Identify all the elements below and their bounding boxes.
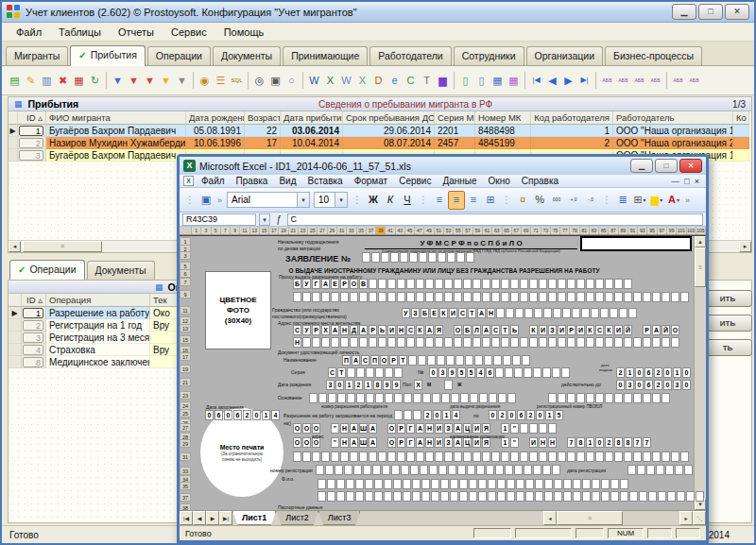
row-header-3[interactable]: 3 [180,251,191,260]
row-header-11[interactable]: 11 [180,306,191,315]
nav-first-icon[interactable]: |◀ [528,71,544,90]
row-header-17[interactable]: 17 [180,352,191,361]
label-template-icon-3[interactable]: АБВ [631,71,647,90]
decrease-decimal-icon[interactable]: -,0 [582,191,599,210]
column-header-97[interactable]: 97 [658,227,667,234]
bold-icon[interactable]: Ж [365,191,382,210]
cell[interactable] [733,137,749,149]
hscroll-left-icon[interactable]: ◂ [543,511,557,525]
column-header-79[interactable]: 79 [570,227,579,234]
percent-style-icon[interactable]: % [531,191,548,210]
cell[interactable]: ООО "Наша организация 1" [613,125,733,137]
column-header-29[interactable]: 29 [328,227,337,234]
column-header-19[interactable]: 19 [279,227,288,234]
column-header-67[interactable]: 67 [512,227,522,234]
column-header-69[interactable]: 69 [522,227,531,234]
sheet-tab-Лист1[interactable]: Лист1 [232,511,276,525]
align-center-icon[interactable]: ≡ [448,191,465,210]
column-header-103[interactable]: 103 [687,227,696,234]
cell[interactable]: 22 [245,125,281,137]
row-header-21[interactable]: 21 [180,378,191,386]
close-button[interactable]: ✕ [725,4,749,20]
chart-icon[interactable]: ▆ [435,71,451,90]
column-header-73[interactable]: 73 [541,227,551,234]
row-header-31[interactable]: 31 [180,452,191,461]
subtab-Документы[interactable]: Документы [87,261,155,280]
hscroll-right-icon[interactable]: ▸ [679,511,693,525]
column-header-83[interactable]: 83 [590,227,599,234]
maximize-button[interactable]: □ [698,4,723,20]
font-name-select[interactable]: Arial▾ [227,192,310,208]
print-icon[interactable]: ▣ [267,71,284,90]
save-icon[interactable]: ▣ [198,191,215,210]
column-header-43[interactable]: 43 [396,227,405,234]
column-header-51[interactable]: 51 [435,227,444,234]
col-header-ID ▵[interactable]: ID ▵ [18,111,46,125]
menu-item-Файл[interactable]: Файл [8,25,50,40]
side-button-fragment-2[interactable]: ТЬ [703,339,752,356]
column-header-95[interactable]: 95 [647,227,657,234]
minimize-button[interactable]: ▁ [672,4,696,20]
filter-add-icon[interactable]: ▼ [110,71,126,90]
font-color-icon[interactable]: А▾ [665,191,682,210]
vscroll-up-icon[interactable]: ▲ [695,236,706,247]
cell[interactable]: Разрешение на работу [46,307,150,319]
column-header-85[interactable]: 85 [599,227,609,234]
export-excel-icon[interactable]: X [322,71,338,90]
menu-item-Помощь[interactable]: Помощь [215,25,273,40]
add-record-icon[interactable]: ▤ [7,71,23,90]
font-size-select[interactable]: 10▾ [314,192,348,208]
cell[interactable]: 17 [245,137,281,149]
col-header-Срок пребывания ДО[interactable]: Срок пребывания ДО [343,111,435,125]
cell[interactable]: 4845199 [475,137,531,149]
column-header-101[interactable]: 101 [677,227,686,234]
excel-minimize-button[interactable]: ▁ [630,159,653,173]
refresh-icon[interactable]: ↻ [87,71,103,90]
excel-close-button[interactable]: ✕ [679,159,702,173]
column-header-91[interactable]: 91 [628,227,638,234]
cell[interactable]: 1 [531,125,613,137]
hscroll-thumb[interactable]: ≡ [557,511,623,525]
row-header-19[interactable]: 19 [180,365,191,373]
filter-remove-icon[interactable]: ▼ [126,71,142,90]
row-header-13[interactable]: 13 [180,324,191,332]
menu-item-Сервис[interactable]: Сервис [163,25,215,40]
excel-maximize-button[interactable]: □ [655,159,678,173]
cell[interactable]: Назиров Мухидин Хужамберди [46,137,186,149]
col-header-ФИО мигранта[interactable]: ФИО мигранта [46,111,186,125]
resize-grip[interactable]: ⋱ [693,511,706,525]
column-header-25[interactable]: 25 [308,227,318,234]
column-header-75[interactable]: 75 [551,227,560,234]
tab-Бизнес-процессы[interactable]: Бизнес-процессы [605,46,702,65]
grid-settings-icon[interactable]: ▦ [490,71,506,90]
cell[interactable]: 2457 [435,137,475,149]
excel-menu-item-Вставка[interactable]: Вставка [301,176,348,186]
column-header-13[interactable]: 13 [250,227,260,234]
column-header-5[interactable]: 5 [212,227,221,234]
side-button-fragment-0[interactable]: ИТЬ [703,290,752,307]
cell[interactable]: Регистрация на 3 месяца [46,332,150,344]
row-header-6[interactable]: 6 [180,269,191,278]
label-template-icon-4[interactable]: АБВ [647,71,663,90]
row-header-27[interactable]: 27 [180,423,191,432]
side-button-fragment-1[interactable]: ИТЬ [703,315,752,332]
col-header-Возраст[interactable]: Возраст [245,111,281,125]
filter-eye-icon[interactable]: ◉ [197,71,213,90]
col-header-Номер МК[interactable]: Номер МК [475,111,531,125]
vscroll-thumb[interactable]: ≡ [695,247,706,287]
col-header-Операция[interactable]: Операция [46,294,150,307]
column-header-31[interactable]: 31 [337,227,347,234]
merge-excel-icon[interactable]: X [354,71,370,90]
menu-item-Таблицы[interactable]: Таблицы [50,25,110,40]
column-header-39[interactable]: 39 [376,227,386,234]
sheet-nav-icon-3[interactable]: ▶| [219,511,232,525]
nav-last-icon[interactable]: ▶| [576,71,593,90]
excel-sheet[interactable]: ЦВЕТНОЕФОТО(30X40) Место печати (За огра… [180,235,706,510]
tab-Организации[interactable]: Организации [526,46,604,65]
export-html-icon[interactable]: e [387,71,403,90]
column-header-89[interactable]: 89 [619,227,628,234]
excel-menu-item-Вид[interactable]: Вид [273,176,301,186]
export-word-icon[interactable]: W [306,71,322,90]
column-header-15[interactable]: 15 [260,227,269,234]
tab-Принимающие[interactable]: Принимающие [283,46,368,65]
